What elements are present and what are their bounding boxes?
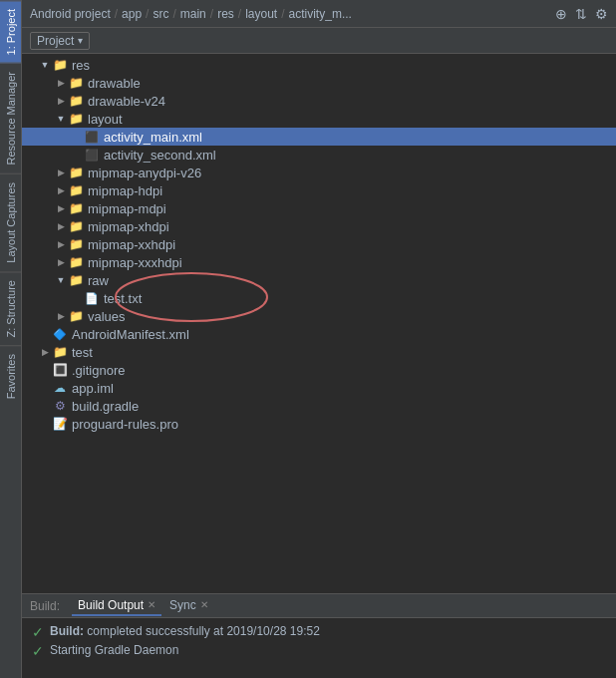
settings-icon[interactable]: ⚙ [595, 6, 608, 22]
item-label: build.gradle [72, 399, 139, 414]
tree-item-drawable[interactable]: ▶ 📁 drawable [22, 74, 616, 92]
iml-icon: ☁ [52, 380, 68, 396]
tree-item-mipmap-anydpi[interactable]: ▶ 📁 mipmap-anydpi-v26 [22, 164, 616, 181]
layout-icon[interactable]: ⇅ [575, 6, 587, 22]
tree-item-mipmap-xxhdpi[interactable]: ▶ 📁 mipmap-xxhdpi [22, 235, 616, 253]
build-line-1-text: Build: completed successfully at 2019/10… [50, 624, 320, 638]
build-output-panel: ✓ Build: completed successfully at 2019/… [22, 618, 616, 678]
sidebar-item-resource-manager[interactable]: Resource Manager [0, 63, 21, 173]
item-label: mipmap-anydpi-v26 [88, 166, 201, 180]
expand-test-icon[interactable]: ▶ [38, 347, 52, 357]
item-label: test [72, 345, 93, 360]
expand-layout-icon[interactable]: ▼ [54, 114, 68, 124]
expand-raw-icon[interactable]: ▼ [54, 275, 68, 285]
item-label: proguard-rules.pro [72, 417, 178, 432]
folder-icon: 📁 [68, 254, 84, 270]
item-label: AndroidManifest.xml [72, 327, 189, 342]
breadcrumb-activity[interactable]: activity_m... [289, 7, 352, 21]
raw-section: ▼ 📁 raw 📄 test.txt [22, 271, 616, 307]
sidebar-item-structure[interactable]: Z: Structure [0, 271, 21, 345]
close-build-output-button[interactable]: ✕ [148, 599, 155, 610]
breadcrumb-res[interactable]: res [217, 7, 234, 21]
expand-icon[interactable]: ▶ [54, 168, 68, 177]
tree-item-test-txt[interactable]: 📄 test.txt [22, 289, 616, 307]
item-label: raw [88, 273, 109, 288]
expand-drawable-v24-icon[interactable]: ▶ [54, 96, 68, 106]
folder-icon: 📁 [52, 57, 68, 73]
expand-icon[interactable]: ▶ [54, 203, 68, 213]
tree-item-mipmap-mdpi[interactable]: ▶ 📁 mipmap-mdpi [22, 199, 616, 217]
tree-item-proguard[interactable]: 📝 proguard-rules.pro [22, 415, 616, 433]
tree-item-activity-main[interactable]: ⬛ activity_main.xml [22, 128, 616, 146]
tree-item-androidmanifest[interactable]: 🔷 AndroidManifest.xml [22, 325, 616, 343]
sidebar-item-project[interactable]: 1: Project [0, 0, 21, 63]
expand-drawable-icon[interactable]: ▶ [54, 78, 68, 88]
tree-item-raw[interactable]: ▼ 📁 raw [22, 271, 616, 289]
sidebar-item-layout-captures[interactable]: Layout Captures [0, 173, 21, 271]
item-label: app.iml [72, 381, 114, 396]
sep6: / [281, 7, 284, 21]
expand-icon[interactable]: ▶ [54, 239, 68, 249]
bottom-tabs: Build: Build Output ✕ Sync ✕ [22, 594, 616, 618]
git-icon: 🔳 [52, 362, 68, 378]
tab-sync[interactable]: Sync ✕ [163, 596, 214, 616]
folder-icon: 📁 [68, 308, 84, 324]
item-label: layout [88, 112, 123, 127]
tree-item-res[interactable]: ▼ 📁 res [22, 56, 616, 74]
folder-icon: 📁 [68, 111, 84, 127]
sidebar-label-layout-captures: Layout Captures [5, 182, 17, 263]
globe-icon[interactable]: ⊕ [555, 6, 567, 22]
tree-item-drawable-v24[interactable]: ▶ 📁 drawable-v24 [22, 92, 616, 110]
close-sync-button[interactable]: ✕ [200, 599, 208, 610]
expand-icon[interactable]: ▶ [54, 221, 68, 231]
item-label: mipmap-xhdpi [88, 219, 169, 234]
breadcrumb-android-project[interactable]: Android project [30, 7, 111, 21]
item-label: mipmap-hdpi [88, 183, 162, 198]
build-line-1: ✓ Build: completed successfully at 2019/… [32, 624, 606, 640]
expand-res-icon[interactable]: ▼ [38, 60, 52, 70]
breadcrumb-src[interactable]: src [153, 7, 168, 21]
tree-item-mipmap-xxxhdpi[interactable]: ▶ 📁 mipmap-xxxhdpi [22, 253, 616, 271]
sep2: / [146, 7, 149, 21]
sidebar-label-resource-manager: Resource Manager [5, 72, 17, 166]
tree-item-mipmap-xhdpi[interactable]: ▶ 📁 mipmap-xhdpi [22, 217, 616, 235]
tab-build-output[interactable]: Build Output ✕ [72, 596, 161, 616]
folder-icon: 📁 [68, 200, 84, 216]
item-label: test.txt [104, 291, 142, 306]
build-completed-text: completed successfully [87, 624, 213, 638]
tree-item-mipmap-hdpi[interactable]: ▶ 📁 mipmap-hdpi [22, 181, 616, 199]
sidebar-item-favorites[interactable]: Favorites [0, 345, 21, 407]
toolbar: Project ▾ [22, 28, 616, 54]
folder-icon: 📁 [68, 75, 84, 91]
breadcrumb-layout[interactable]: layout [245, 7, 277, 21]
bottom-section: Build: Build Output ✕ Sync ✕ ✓ Build: co… [22, 593, 616, 678]
gradle-icon: ⚙ [52, 398, 68, 414]
left-sidebar-tabs: 1: Project Resource Manager Layout Captu… [0, 0, 22, 678]
breadcrumb-main[interactable]: main [180, 7, 206, 21]
tree-item-build-gradle[interactable]: ⚙ build.gradle [22, 397, 616, 415]
expand-icon[interactable]: ▶ [54, 257, 68, 267]
item-label: values [88, 309, 126, 324]
main-area: Android project / app / src / main / res… [22, 0, 616, 678]
tree-item-gitignore[interactable]: 🔳 .gitignore [22, 361, 616, 379]
build-success-icon-2: ✓ [32, 643, 44, 659]
build-label: Build: [30, 599, 60, 613]
file-tree[interactable]: ▼ 📁 res ▶ 📁 drawable ▶ 📁 drawable-v24 ▼ … [22, 54, 616, 593]
tree-item-app-iml[interactable]: ☁ app.iml [22, 379, 616, 397]
tree-item-layout[interactable]: ▼ 📁 layout [22, 110, 616, 128]
header-bar: Android project / app / src / main / res… [22, 0, 616, 28]
tree-item-activity-second[interactable]: ⬛ activity_second.xml [22, 146, 616, 164]
project-dropdown[interactable]: Project ▾ [30, 32, 90, 50]
item-label: drawable-v24 [88, 94, 165, 109]
tree-item-values[interactable]: ▶ 📁 values [22, 307, 616, 325]
folder-icon: 📁 [68, 272, 84, 288]
tree-item-test[interactable]: ▶ 📁 test [22, 343, 616, 361]
sidebar-label-structure: Z: Structure [5, 280, 17, 337]
expand-icon[interactable]: ▶ [54, 185, 68, 195]
item-label: res [72, 58, 90, 73]
breadcrumb-app[interactable]: app [122, 7, 142, 21]
expand-icon[interactable]: ▶ [54, 311, 68, 321]
folder-icon: 📁 [68, 93, 84, 109]
sep1: / [115, 7, 118, 21]
tab-build-output-label: Build Output [78, 598, 144, 612]
